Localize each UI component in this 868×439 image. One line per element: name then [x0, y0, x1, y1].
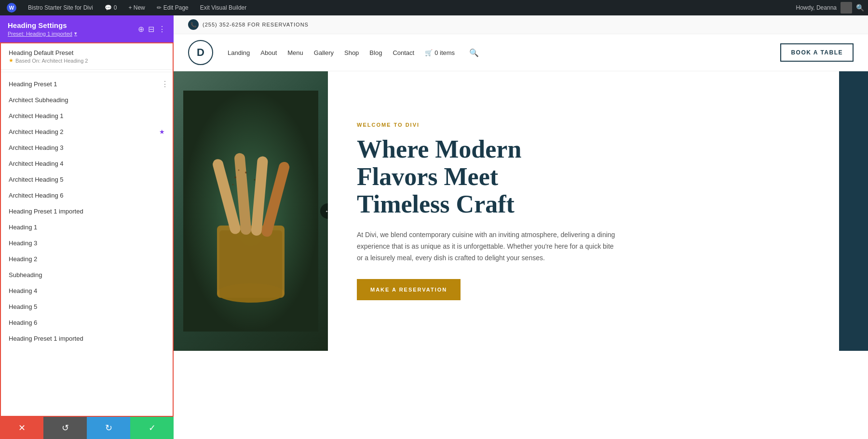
hero-heading-line3: Timeless Craft	[357, 190, 515, 218]
wp-icon: W	[7, 3, 16, 13]
phone-number: (255) 352-6258 FOR RESERVATIONS	[203, 22, 309, 27]
site-name-item[interactable]: Bistro Starter Site for Divi	[25, 0, 96, 15]
star-icon: ★	[9, 57, 14, 64]
bottom-toolbar: ✕ ↺ ↻ ✓	[0, 417, 174, 439]
exit-vb-item[interactable]: Exit Visual Builder	[197, 0, 250, 15]
based-on-label: Based On: Architect Heading 2	[15, 58, 88, 64]
cart-area[interactable]: 🛒 0 items	[425, 49, 455, 56]
preset-item-label: Architect Heading 6	[9, 192, 165, 199]
bread-image-svg	[183, 91, 318, 332]
cart-icon: 🛒	[425, 49, 433, 56]
grid-icon[interactable]: ⊟	[148, 25, 154, 34]
svg-point-10	[232, 184, 234, 186]
cart-count: 0 items	[434, 49, 455, 56]
site-name-label: Bistro Starter Site for Divi	[28, 4, 93, 11]
panel-header: Heading Settings Preset: Heading 1 impor…	[0, 15, 174, 42]
edit-page-item[interactable]: ✏ Edit Page	[154, 0, 191, 15]
preset-item-heading-3[interactable]: Heading 3	[1, 235, 173, 251]
nav-item-landing[interactable]: Landing	[228, 49, 250, 56]
preset-item-heading-2[interactable]: Heading 2	[1, 251, 173, 267]
reservation-button[interactable]: MAKE A RESERVATION	[357, 279, 461, 300]
site-top-bar: 📞 (255) 352-6258 FOR RESERVATIONS	[174, 15, 868, 34]
preset-item-architect-heading-5[interactable]: Architect Heading 5	[1, 172, 173, 187]
hero-heading-line1: Where Modern	[357, 135, 521, 163]
hero-right-dark	[839, 71, 868, 351]
svg-point-8	[234, 176, 236, 178]
preset-dropdown: Heading Default Preset ★ Based On: Archi…	[0, 42, 174, 417]
new-label: + New	[128, 4, 145, 11]
comment-icon: 💬	[105, 4, 112, 11]
preset-item-label: Heading 4	[9, 287, 165, 294]
site-search-icon[interactable]: 🔍	[469, 48, 479, 57]
preset-default-title: Heading Default Preset	[9, 49, 165, 56]
undo-icon: ↺	[62, 423, 69, 433]
nav-item-gallery[interactable]: Gallery	[314, 49, 334, 56]
preset-item-label: Heading 5	[9, 303, 165, 310]
nav-item-about[interactable]: About	[260, 49, 277, 56]
svg-rect-3	[219, 230, 282, 298]
view-toggle-icon[interactable]: ⊕	[138, 25, 144, 34]
save-button[interactable]: ✓	[130, 417, 174, 439]
phone-icon: 📞	[188, 19, 199, 30]
preset-item-label: Heading 3	[9, 239, 165, 247]
svg-point-12	[254, 179, 256, 181]
preset-item-label: Subheading	[9, 271, 165, 279]
new-item[interactable]: + New	[125, 0, 148, 15]
cancel-button[interactable]: ✕	[0, 417, 43, 439]
preset-item-architect-heading-6[interactable]: Architect Heading 6	[1, 187, 173, 203]
redo-button[interactable]: ↻	[87, 417, 130, 439]
book-table-button[interactable]: BOOK A TABLE	[780, 43, 854, 62]
site-nav: D Landing About Menu Gallery Shop Blog C…	[174, 34, 868, 71]
preset-default-item[interactable]: Heading Default Preset ★ Based On: Archi…	[1, 43, 173, 70]
admin-search-icon[interactable]: 🔍	[856, 4, 864, 12]
preset-item-architect-heading-3[interactable]: Architect Heading 3	[1, 140, 173, 156]
hero-section: ↔ WELCOME TO DIVI Where Modern Flavors M…	[174, 71, 868, 351]
preset-item-architect-heading-4[interactable]: Architect Heading 4	[1, 156, 173, 172]
preset-item-subheading[interactable]: Subheading	[1, 267, 173, 283]
hero-content: WELCOME TO DIVI Where Modern Flavors Mee…	[328, 71, 839, 351]
preset-item-heading-preset-1[interactable]: Heading Preset 1 ⋮	[1, 76, 173, 92]
nav-item-shop[interactable]: Shop	[344, 49, 359, 56]
preset-item-label: Architect Heading 3	[9, 144, 165, 151]
preset-item-architect-heading-1[interactable]: Architect Heading 1	[1, 108, 173, 124]
preset-item-label: Heading 6	[9, 319, 165, 326]
pencil-icon: ✏	[157, 4, 162, 11]
preset-item-heading-6[interactable]: Heading 6	[1, 315, 173, 331]
preset-label: Preset: Heading 1 imported	[8, 31, 72, 37]
preset-item-label: Heading Preset 1	[9, 80, 165, 88]
hero-description: At Divi, we blend contemporary cuisine w…	[357, 229, 617, 264]
preset-item-label: Heading Preset 1 imported	[9, 335, 165, 342]
preset-item-heading-preset-1-imported-1[interactable]: Heading Preset 1 imported	[1, 203, 173, 219]
three-dots-icon[interactable]: ⋮	[161, 80, 169, 89]
undo-button[interactable]: ↺	[43, 417, 87, 439]
site-menu: Landing About Menu Gallery Shop Blog Con…	[228, 48, 479, 57]
preset-item-architect-subheading[interactable]: Architect Subheading	[1, 92, 173, 108]
comments-item[interactable]: 💬 0	[102, 0, 120, 15]
welcome-label: WELCOME TO DIVI	[357, 122, 810, 128]
preset-item-heading-1[interactable]: Heading 1	[1, 219, 173, 235]
section-divider	[1, 72, 173, 72]
hero-image-placeholder	[174, 71, 328, 351]
site-logo[interactable]: D	[188, 40, 213, 65]
preset-item-architect-heading-2[interactable]: Architect Heading 2 ★	[1, 124, 173, 140]
svg-point-9	[238, 170, 240, 171]
nav-item-menu[interactable]: Menu	[287, 49, 303, 56]
preset-item-heading-4[interactable]: Heading 4	[1, 283, 173, 299]
redo-icon: ↻	[105, 423, 112, 433]
nav-item-contact[interactable]: Contact	[393, 49, 414, 56]
preset-item-label: Heading Preset 1 imported	[9, 208, 165, 215]
comments-count: 0	[114, 4, 117, 11]
chevron-down-icon: ▾	[74, 30, 77, 37]
preset-item-label: Heading 2	[9, 255, 165, 263]
exit-vb-label: Exit Visual Builder	[200, 4, 247, 11]
preset-item-heading-5[interactable]: Heading 5	[1, 299, 173, 315]
preset-item-heading-preset-1-imported-2[interactable]: Heading Preset 1 imported	[1, 331, 173, 346]
panel-subtitle[interactable]: Preset: Heading 1 imported ▾	[8, 30, 77, 37]
wp-logo-item[interactable]: W	[4, 0, 19, 15]
panel-header-icons: ⊕ ⊟ ⋮	[138, 25, 166, 34]
preset-item-label: Heading 1	[9, 224, 165, 231]
panel-title: Heading Settings	[8, 21, 77, 29]
more-options-icon[interactable]: ⋮	[158, 25, 166, 34]
nav-item-blog[interactable]: Blog	[369, 49, 382, 56]
hero-image: ↔	[174, 71, 328, 351]
